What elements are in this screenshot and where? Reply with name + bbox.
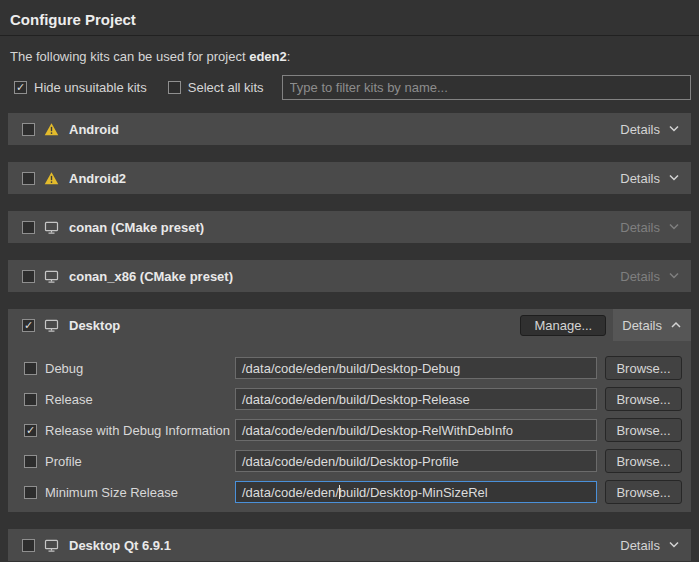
page-title: Configure Project bbox=[0, 0, 699, 35]
project-name: eden2 bbox=[249, 49, 287, 64]
config-left: Minimum Size Release bbox=[24, 485, 235, 500]
path-input-relwithdebinfo[interactable]: /data/code/eden/build/Desktop-RelWithDeb… bbox=[235, 419, 597, 441]
config-row-relwithdebinfo: ✓ Release with Debug Information /data/c… bbox=[24, 419, 683, 441]
chevron-up-icon bbox=[670, 321, 682, 329]
chevron-down-icon bbox=[668, 174, 680, 182]
path-text: /data/code/eden/build/Desktop-Profile bbox=[242, 454, 459, 469]
kit-list: Android Details Android2 Details c bbox=[8, 113, 691, 561]
path-text: /data/code/eden/build/Desktop-Debug bbox=[242, 361, 460, 376]
config-left: Release bbox=[24, 392, 235, 407]
browse-button-profile[interactable]: Browse... bbox=[605, 449, 682, 473]
browse-button-release[interactable]: Browse... bbox=[605, 387, 682, 411]
text-caret bbox=[339, 485, 340, 499]
chevron-down-icon bbox=[668, 541, 680, 549]
warning-icon bbox=[44, 122, 59, 137]
config-row-debug: Debug /data/code/eden/build/Desktop-Debu… bbox=[24, 357, 683, 379]
details-label: Details bbox=[622, 318, 662, 333]
manage-kits-button[interactable]: Manage... bbox=[520, 315, 606, 336]
config-left: Profile bbox=[24, 454, 235, 469]
filter-bar: ✓ Hide unsuitable kits Select all kits bbox=[14, 75, 691, 100]
config-label: Debug bbox=[45, 361, 83, 376]
details-button-android2[interactable]: Details bbox=[617, 162, 683, 194]
hide-unsuitable-checkbox[interactable]: ✓ bbox=[14, 81, 27, 94]
details-label: Details bbox=[620, 122, 660, 137]
kit-checkbox-desktop-qt-6-9-1[interactable] bbox=[22, 539, 35, 552]
path-text: /data/code/eden/build/Desktop-Release bbox=[242, 392, 470, 407]
path-input-debug[interactable]: /data/code/eden/build/Desktop-Debug bbox=[235, 357, 597, 379]
config-row-minsizerel: Minimum Size Release /data/code/eden/bui… bbox=[24, 481, 683, 503]
chevron-down-icon bbox=[668, 125, 680, 133]
desktop-icon bbox=[44, 269, 59, 284]
kit-row-desktop: ✓ Desktop Manage... Details bbox=[8, 309, 691, 341]
config-checkbox-profile[interactable] bbox=[24, 455, 37, 468]
configure-project-page: Configure Project The following kits can… bbox=[0, 0, 699, 562]
config-left: Debug bbox=[24, 361, 235, 376]
browse-button-debug[interactable]: Browse... bbox=[605, 356, 682, 380]
kit-name: Android2 bbox=[69, 171, 126, 186]
hide-unsuitable-label: Hide unsuitable kits bbox=[34, 80, 147, 95]
select-all-label: Select all kits bbox=[188, 80, 264, 95]
warning-icon bbox=[44, 171, 59, 186]
details-label: Details bbox=[620, 171, 660, 186]
config-row-release: Release /data/code/eden/build/Desktop-Re… bbox=[24, 388, 683, 410]
intro-before: The following kits can be used for proje… bbox=[10, 49, 249, 64]
details-button-android[interactable]: Details bbox=[617, 113, 683, 145]
config-checkbox-relwithdebinfo[interactable]: ✓ bbox=[24, 424, 37, 437]
kit-checkbox-android2[interactable] bbox=[22, 172, 35, 185]
kit-checkbox-desktop[interactable]: ✓ bbox=[22, 319, 35, 332]
path-input-release[interactable]: /data/code/eden/build/Desktop-Release bbox=[235, 388, 597, 410]
kit-name: Desktop bbox=[69, 318, 120, 333]
details-button-conan[interactable]: Details bbox=[617, 211, 683, 243]
kit-filter-input[interactable] bbox=[282, 75, 691, 100]
config-row-profile: Profile /data/code/eden/build/Desktop-Pr… bbox=[24, 450, 683, 472]
kit-row-desktop-qt-6-9-1: Desktop Qt 6.9.1 Details bbox=[8, 529, 691, 561]
config-left: ✓ Release with Debug Information bbox=[24, 423, 235, 438]
config-checkbox-debug[interactable] bbox=[24, 362, 37, 375]
details-button-desktop-qt-6-9-1[interactable]: Details bbox=[617, 529, 683, 561]
kit-name: Desktop Qt 6.9.1 bbox=[69, 538, 171, 553]
chevron-down-icon bbox=[668, 223, 680, 231]
desktop-icon bbox=[44, 220, 59, 235]
config-label: Release with Debug Information bbox=[45, 423, 230, 438]
kit-checkbox-conan-x86[interactable] bbox=[22, 270, 35, 283]
kit-name: conan_x86 (CMake preset) bbox=[69, 269, 233, 284]
kit-name: Android bbox=[69, 122, 119, 137]
intro-text: The following kits can be used for proje… bbox=[10, 49, 689, 64]
details-button-conan-x86[interactable]: Details bbox=[617, 260, 683, 292]
config-label: Profile bbox=[45, 454, 82, 469]
intro-after: : bbox=[287, 49, 291, 64]
desktop-icon bbox=[44, 318, 59, 333]
kit-name: conan (CMake preset) bbox=[69, 220, 204, 235]
config-checkbox-release[interactable] bbox=[24, 393, 37, 406]
details-label: Details bbox=[620, 220, 660, 235]
config-checkbox-minsizerel[interactable] bbox=[24, 486, 37, 499]
desktop-icon bbox=[44, 538, 59, 553]
kit-checkbox-android[interactable] bbox=[22, 123, 35, 136]
path-input-minsizerel[interactable]: /data/code/eden/build/Desktop-MinSizeRel bbox=[235, 481, 597, 503]
browse-button-minsizerel[interactable]: Browse... bbox=[605, 480, 682, 504]
kit-panel-desktop: ✓ Desktop Manage... Details Debug /data/… bbox=[8, 309, 691, 512]
kit-row-android2: Android2 Details bbox=[8, 162, 691, 194]
kit-checkbox-conan[interactable] bbox=[22, 221, 35, 234]
details-label: Details bbox=[620, 538, 660, 553]
config-label: Minimum Size Release bbox=[45, 485, 178, 500]
path-text: /data/code/eden/build/Desktop-RelWithDeb… bbox=[242, 423, 513, 438]
config-label: Release bbox=[45, 392, 93, 407]
browse-button-relwithdebinfo[interactable]: Browse... bbox=[605, 418, 682, 442]
details-label: Details bbox=[620, 269, 660, 284]
select-all-checkbox[interactable] bbox=[168, 81, 181, 94]
kit-row-android: Android Details bbox=[8, 113, 691, 145]
kit-row-conan: conan (CMake preset) Details bbox=[8, 211, 691, 243]
path-input-profile[interactable]: /data/code/eden/build/Desktop-Profile bbox=[235, 450, 597, 472]
kit-row-conan-x86: conan_x86 (CMake preset) Details bbox=[8, 260, 691, 292]
path-text: /data/code/eden/build/Desktop-MinSizeRel bbox=[242, 485, 488, 500]
chevron-down-icon bbox=[668, 272, 680, 280]
title-divider bbox=[0, 35, 699, 36]
details-button-desktop[interactable]: Details bbox=[613, 309, 691, 341]
